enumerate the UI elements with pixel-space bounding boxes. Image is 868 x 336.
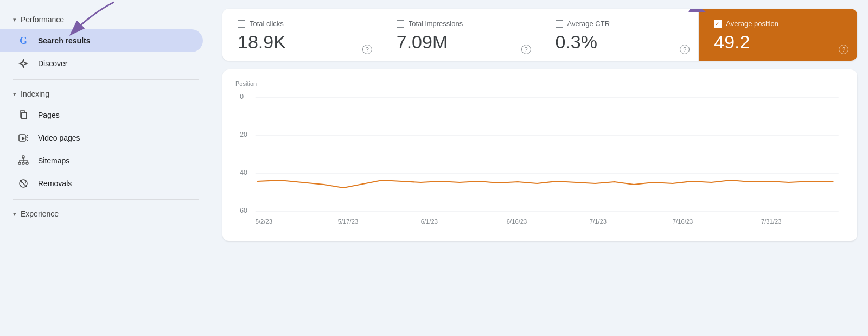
stat-card-total-clicks[interactable]: Total clicks 18.9K ? — [222, 9, 381, 61]
sidebar-item-label: Video pages — [38, 134, 80, 142]
checkbox-average-ctr[interactable] — [556, 20, 563, 28]
stat-label-average-ctr: Average CTR — [556, 20, 684, 28]
chevron-down-icon: ▾ — [13, 16, 16, 23]
svg-text:0: 0 — [240, 93, 244, 101]
stat-value-total-clicks: 18.9K — [238, 32, 366, 52]
sidebar-item-label: Pages — [38, 111, 60, 119]
sidebar-item-label: Removals — [38, 179, 72, 188]
help-icon-average-ctr[interactable]: ? — [680, 45, 690, 54]
checkmark-icon: ✓ — [715, 21, 719, 27]
svg-line-7 — [27, 140, 28, 141]
sidebar-section-indexing[interactable]: ▾ Indexing — [0, 84, 212, 104]
sidebar-item-search-results[interactable]: G Search results — [0, 29, 203, 52]
stat-card-total-impressions[interactable]: Total impressions 7.09M ? — [381, 9, 540, 61]
sidebar-item-label: Sitemaps — [38, 156, 69, 165]
svg-text:20: 20 — [240, 131, 247, 139]
checkbox-total-clicks[interactable] — [238, 20, 245, 28]
svg-text:7/1/23: 7/1/23 — [590, 218, 607, 225]
sidebar-section-indexing-label: Indexing — [21, 90, 49, 98]
sidebar-item-sitemaps[interactable]: Sitemaps — [0, 149, 203, 172]
stat-label-average-position: ✓ Average position — [714, 20, 842, 28]
stat-value-total-impressions: 7.09M — [397, 32, 525, 52]
google-icon: G — [17, 35, 29, 47]
svg-text:6/16/23: 6/16/23 — [507, 218, 527, 225]
svg-text:6/1/23: 6/1/23 — [421, 218, 438, 225]
sidebar: ▾ Performance G Search results Disco — [0, 0, 212, 336]
stats-row: Total clicks 18.9K ? Total impressions 7… — [222, 9, 857, 61]
svg-text:7/16/23: 7/16/23 — [673, 218, 693, 225]
pages-icon — [17, 109, 29, 121]
help-icon-average-position[interactable]: ? — [839, 45, 848, 54]
svg-text:40: 40 — [240, 169, 247, 177]
main-content: Total clicks 18.9K ? Total impressions 7… — [212, 0, 868, 336]
stat-label-total-impressions: Total impressions — [397, 20, 525, 28]
stat-label-total-clicks: Total clicks — [238, 20, 366, 28]
svg-rect-2 — [22, 112, 27, 119]
svg-text:5/17/23: 5/17/23 — [338, 218, 358, 225]
sidebar-section-performance-label: Performance — [21, 15, 64, 24]
svg-text:7/31/23: 7/31/23 — [761, 218, 781, 225]
stat-card-average-position[interactable]: ✓ Average position 49.2 ? — [699, 9, 857, 61]
svg-rect-12 — [26, 162, 28, 164]
svg-text:5/2/23: 5/2/23 — [256, 218, 272, 225]
chevron-down-icon: ▾ — [13, 91, 16, 98]
removals-icon — [17, 177, 29, 189]
svg-text:60: 60 — [240, 207, 247, 215]
help-icon-total-impressions[interactable]: ? — [521, 45, 531, 54]
chart-svg: 0 20 40 60 5/2/23 5/17/23 6/1/23 6/16/23… — [235, 89, 844, 230]
stat-value-average-ctr: 0.3% — [556, 32, 684, 52]
svg-line-6 — [27, 135, 28, 136]
sidebar-section-experience[interactable]: ▾ Experience — [0, 204, 212, 224]
chart-y-label: Position — [235, 80, 844, 87]
sidebar-item-label: Search results — [38, 36, 91, 45]
svg-marker-5 — [22, 137, 25, 140]
video-icon — [17, 132, 29, 144]
svg-rect-9 — [22, 156, 24, 158]
stat-value-average-position: 49.2 — [714, 32, 842, 52]
sitemaps-icon — [17, 155, 29, 167]
divider — [13, 79, 199, 80]
help-icon-total-clicks[interactable]: ? — [362, 45, 372, 54]
sidebar-item-pages[interactable]: Pages — [0, 104, 203, 126]
sidebar-item-video-pages[interactable]: Video pages — [0, 126, 203, 149]
chart-area: Position 0 20 40 60 5/2/23 5/17/23 6/1/2… — [222, 69, 857, 241]
sidebar-item-discover[interactable]: Discover — [0, 52, 203, 75]
checkbox-total-impressions[interactable] — [397, 20, 404, 28]
stat-card-average-ctr[interactable]: Average CTR 0.3% ? — [540, 9, 699, 61]
sidebar-item-label: Discover — [38, 59, 67, 68]
sidebar-item-removals[interactable]: Removals — [0, 172, 203, 195]
chevron-right-icon: ▾ — [13, 211, 16, 218]
sidebar-section-performance[interactable]: ▾ Performance — [0, 10, 212, 29]
checkbox-average-position[interactable]: ✓ — [714, 20, 722, 28]
sidebar-section-experience-label: Experience — [21, 210, 59, 218]
discover-icon — [17, 58, 29, 69]
svg-rect-10 — [18, 162, 21, 164]
divider-2 — [13, 199, 199, 200]
svg-rect-11 — [22, 162, 24, 164]
